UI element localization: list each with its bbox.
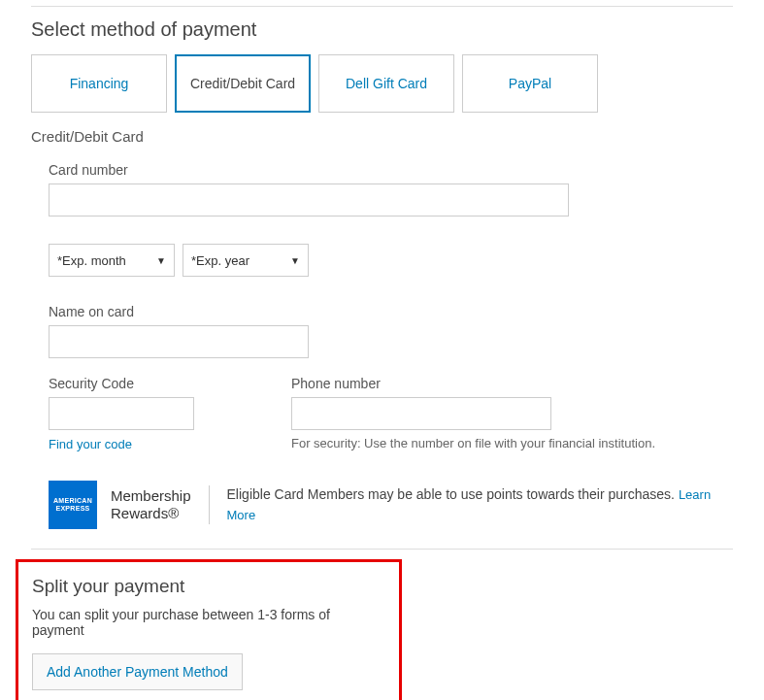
tab-label: Credit/Debit Card (190, 76, 295, 91)
page-title: Select method of payment (31, 18, 733, 41)
select-placeholder: *Exp. year (191, 253, 249, 268)
subheader: Credit/Debit Card (31, 128, 733, 145)
exp-year-select[interactable]: *Exp. year ▼ (183, 244, 309, 277)
chevron-down-icon: ▼ (156, 255, 166, 266)
tab-credit-debit[interactable]: Credit/Debit Card (175, 54, 311, 113)
exp-month-select[interactable]: *Exp. month ▼ (49, 244, 175, 277)
tab-label: PayPal (509, 76, 551, 91)
amex-logo-line1: AMERICAN (53, 497, 92, 505)
amex-description: Eligible Card Members may be able to use… (227, 484, 733, 525)
amex-logo-line2: EXPRESS (55, 505, 89, 513)
payment-tabs: Financing Credit/Debit Card Dell Gift Ca… (31, 54, 733, 113)
card-number-input[interactable] (49, 183, 569, 217)
select-placeholder: *Exp. month (57, 253, 126, 268)
phone-number-label: Phone number (291, 376, 655, 391)
vertical-divider (209, 485, 210, 524)
phone-hint: For security: Use the number on file wit… (291, 436, 655, 450)
amex-brand-line1: Membership (111, 487, 191, 504)
name-on-card-label: Name on card (49, 304, 733, 319)
amex-logo-icon: AMERICAN EXPRESS (49, 481, 97, 529)
split-payment-desc: You can split your purchase between 1-3 … (32, 607, 385, 638)
find-your-code-link[interactable]: Find your code (49, 437, 132, 451)
tab-gift-card[interactable]: Dell Gift Card (318, 54, 454, 113)
add-another-payment-button[interactable]: Add Another Payment Method (32, 653, 243, 690)
card-number-label: Card number (49, 162, 733, 178)
phone-number-input[interactable] (291, 397, 551, 430)
split-payment-section: Split your payment You can split your pu… (16, 559, 402, 700)
tab-label: Dell Gift Card (346, 76, 427, 91)
mid-divider (31, 549, 733, 550)
tab-label: Financing (70, 76, 129, 91)
chevron-down-icon: ▼ (290, 255, 300, 266)
security-code-input[interactable] (49, 397, 194, 430)
top-divider (31, 6, 733, 7)
security-code-label: Security Code (49, 376, 194, 391)
amex-desc-text: Eligible Card Members may be able to use… (227, 486, 679, 502)
split-payment-title: Split your payment (32, 576, 385, 597)
tab-financing[interactable]: Financing (31, 54, 167, 113)
name-on-card-input[interactable] (49, 325, 309, 358)
amex-brand-text: Membership Rewards® (111, 487, 191, 522)
tab-paypal[interactable]: PayPal (462, 54, 598, 113)
amex-brand-line2: Rewards® (111, 505, 179, 521)
